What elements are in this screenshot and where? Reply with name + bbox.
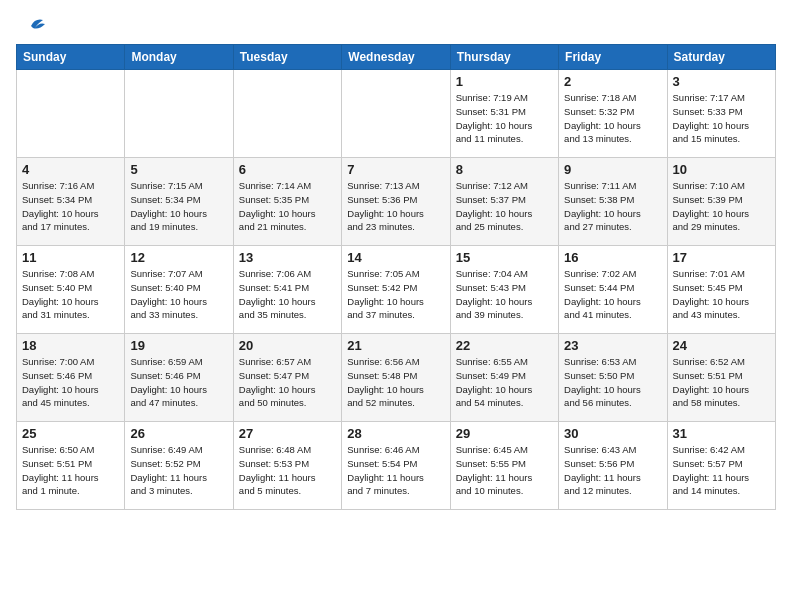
- day-info: Sunrise: 6:45 AM Sunset: 5:55 PM Dayligh…: [456, 443, 553, 498]
- day-info: Sunrise: 7:13 AM Sunset: 5:36 PM Dayligh…: [347, 179, 444, 234]
- day-number: 31: [673, 426, 770, 441]
- day-info: Sunrise: 7:16 AM Sunset: 5:34 PM Dayligh…: [22, 179, 119, 234]
- day-number: 14: [347, 250, 444, 265]
- day-info: Sunrise: 6:57 AM Sunset: 5:47 PM Dayligh…: [239, 355, 336, 410]
- calendar-cell: 8Sunrise: 7:12 AM Sunset: 5:37 PM Daylig…: [450, 158, 558, 246]
- day-info: Sunrise: 6:46 AM Sunset: 5:54 PM Dayligh…: [347, 443, 444, 498]
- day-info: Sunrise: 7:00 AM Sunset: 5:46 PM Dayligh…: [22, 355, 119, 410]
- day-number: 20: [239, 338, 336, 353]
- day-info: Sunrise: 7:08 AM Sunset: 5:40 PM Dayligh…: [22, 267, 119, 322]
- calendar-cell: 22Sunrise: 6:55 AM Sunset: 5:49 PM Dayli…: [450, 334, 558, 422]
- day-info: Sunrise: 7:06 AM Sunset: 5:41 PM Dayligh…: [239, 267, 336, 322]
- calendar-cell: 3Sunrise: 7:17 AM Sunset: 5:33 PM Daylig…: [667, 70, 775, 158]
- day-info: Sunrise: 6:52 AM Sunset: 5:51 PM Dayligh…: [673, 355, 770, 410]
- week-row-2: 4Sunrise: 7:16 AM Sunset: 5:34 PM Daylig…: [17, 158, 776, 246]
- day-number: 18: [22, 338, 119, 353]
- calendar-cell: 9Sunrise: 7:11 AM Sunset: 5:38 PM Daylig…: [559, 158, 667, 246]
- day-number: 7: [347, 162, 444, 177]
- calendar-cell: 14Sunrise: 7:05 AM Sunset: 5:42 PM Dayli…: [342, 246, 450, 334]
- calendar-cell: 13Sunrise: 7:06 AM Sunset: 5:41 PM Dayli…: [233, 246, 341, 334]
- day-number: 30: [564, 426, 661, 441]
- calendar-cell: 11Sunrise: 7:08 AM Sunset: 5:40 PM Dayli…: [17, 246, 125, 334]
- day-number: 13: [239, 250, 336, 265]
- calendar-cell: 18Sunrise: 7:00 AM Sunset: 5:46 PM Dayli…: [17, 334, 125, 422]
- day-info: Sunrise: 7:01 AM Sunset: 5:45 PM Dayligh…: [673, 267, 770, 322]
- day-number: 16: [564, 250, 661, 265]
- calendar-cell: 4Sunrise: 7:16 AM Sunset: 5:34 PM Daylig…: [17, 158, 125, 246]
- calendar-cell: 15Sunrise: 7:04 AM Sunset: 5:43 PM Dayli…: [450, 246, 558, 334]
- weekday-header-wednesday: Wednesday: [342, 45, 450, 70]
- day-number: 2: [564, 74, 661, 89]
- week-row-4: 18Sunrise: 7:00 AM Sunset: 5:46 PM Dayli…: [17, 334, 776, 422]
- calendar-cell: 30Sunrise: 6:43 AM Sunset: 5:56 PM Dayli…: [559, 422, 667, 510]
- calendar-cell: 31Sunrise: 6:42 AM Sunset: 5:57 PM Dayli…: [667, 422, 775, 510]
- weekday-header-thursday: Thursday: [450, 45, 558, 70]
- day-info: Sunrise: 6:53 AM Sunset: 5:50 PM Dayligh…: [564, 355, 661, 410]
- day-info: Sunrise: 7:04 AM Sunset: 5:43 PM Dayligh…: [456, 267, 553, 322]
- calendar-cell: 27Sunrise: 6:48 AM Sunset: 5:53 PM Dayli…: [233, 422, 341, 510]
- weekday-header-sunday: Sunday: [17, 45, 125, 70]
- day-info: Sunrise: 7:18 AM Sunset: 5:32 PM Dayligh…: [564, 91, 661, 146]
- day-info: Sunrise: 6:50 AM Sunset: 5:51 PM Dayligh…: [22, 443, 119, 498]
- day-number: 11: [22, 250, 119, 265]
- day-info: Sunrise: 7:19 AM Sunset: 5:31 PM Dayligh…: [456, 91, 553, 146]
- calendar-cell: [17, 70, 125, 158]
- weekday-header-friday: Friday: [559, 45, 667, 70]
- day-number: 25: [22, 426, 119, 441]
- calendar-table: SundayMondayTuesdayWednesdayThursdayFrid…: [16, 44, 776, 510]
- day-number: 10: [673, 162, 770, 177]
- calendar-cell: 6Sunrise: 7:14 AM Sunset: 5:35 PM Daylig…: [233, 158, 341, 246]
- weekday-header-tuesday: Tuesday: [233, 45, 341, 70]
- day-info: Sunrise: 6:43 AM Sunset: 5:56 PM Dayligh…: [564, 443, 661, 498]
- day-number: 8: [456, 162, 553, 177]
- day-info: Sunrise: 6:56 AM Sunset: 5:48 PM Dayligh…: [347, 355, 444, 410]
- calendar-cell: 17Sunrise: 7:01 AM Sunset: 5:45 PM Dayli…: [667, 246, 775, 334]
- calendar-cell: 10Sunrise: 7:10 AM Sunset: 5:39 PM Dayli…: [667, 158, 775, 246]
- weekday-header-row: SundayMondayTuesdayWednesdayThursdayFrid…: [17, 45, 776, 70]
- day-info: Sunrise: 7:02 AM Sunset: 5:44 PM Dayligh…: [564, 267, 661, 322]
- day-number: 23: [564, 338, 661, 353]
- calendar-cell: 23Sunrise: 6:53 AM Sunset: 5:50 PM Dayli…: [559, 334, 667, 422]
- weekday-header-monday: Monday: [125, 45, 233, 70]
- calendar-cell: 25Sunrise: 6:50 AM Sunset: 5:51 PM Dayli…: [17, 422, 125, 510]
- day-number: 12: [130, 250, 227, 265]
- calendar-cell: 29Sunrise: 6:45 AM Sunset: 5:55 PM Dayli…: [450, 422, 558, 510]
- header: [16, 16, 776, 32]
- week-row-5: 25Sunrise: 6:50 AM Sunset: 5:51 PM Dayli…: [17, 422, 776, 510]
- day-number: 5: [130, 162, 227, 177]
- calendar-cell: 24Sunrise: 6:52 AM Sunset: 5:51 PM Dayli…: [667, 334, 775, 422]
- day-number: 9: [564, 162, 661, 177]
- day-number: 24: [673, 338, 770, 353]
- day-number: 17: [673, 250, 770, 265]
- day-number: 26: [130, 426, 227, 441]
- day-number: 27: [239, 426, 336, 441]
- calendar-cell: 19Sunrise: 6:59 AM Sunset: 5:46 PM Dayli…: [125, 334, 233, 422]
- day-info: Sunrise: 7:12 AM Sunset: 5:37 PM Dayligh…: [456, 179, 553, 234]
- weekday-header-saturday: Saturday: [667, 45, 775, 70]
- day-info: Sunrise: 7:11 AM Sunset: 5:38 PM Dayligh…: [564, 179, 661, 234]
- day-number: 19: [130, 338, 227, 353]
- day-number: 6: [239, 162, 336, 177]
- calendar-cell: 20Sunrise: 6:57 AM Sunset: 5:47 PM Dayli…: [233, 334, 341, 422]
- day-info: Sunrise: 7:14 AM Sunset: 5:35 PM Dayligh…: [239, 179, 336, 234]
- calendar-cell: 2Sunrise: 7:18 AM Sunset: 5:32 PM Daylig…: [559, 70, 667, 158]
- calendar-cell: 21Sunrise: 6:56 AM Sunset: 5:48 PM Dayli…: [342, 334, 450, 422]
- calendar-cell: 16Sunrise: 7:02 AM Sunset: 5:44 PM Dayli…: [559, 246, 667, 334]
- day-number: 29: [456, 426, 553, 441]
- day-info: Sunrise: 6:59 AM Sunset: 5:46 PM Dayligh…: [130, 355, 227, 410]
- day-number: 22: [456, 338, 553, 353]
- day-number: 4: [22, 162, 119, 177]
- day-number: 21: [347, 338, 444, 353]
- calendar-cell: 1Sunrise: 7:19 AM Sunset: 5:31 PM Daylig…: [450, 70, 558, 158]
- day-info: Sunrise: 6:42 AM Sunset: 5:57 PM Dayligh…: [673, 443, 770, 498]
- day-info: Sunrise: 6:49 AM Sunset: 5:52 PM Dayligh…: [130, 443, 227, 498]
- day-info: Sunrise: 7:05 AM Sunset: 5:42 PM Dayligh…: [347, 267, 444, 322]
- day-number: 15: [456, 250, 553, 265]
- logo-bird-icon: [17, 16, 45, 36]
- week-row-3: 11Sunrise: 7:08 AM Sunset: 5:40 PM Dayli…: [17, 246, 776, 334]
- calendar-cell: [342, 70, 450, 158]
- day-number: 3: [673, 74, 770, 89]
- calendar-cell: [125, 70, 233, 158]
- calendar-cell: 7Sunrise: 7:13 AM Sunset: 5:36 PM Daylig…: [342, 158, 450, 246]
- day-info: Sunrise: 7:07 AM Sunset: 5:40 PM Dayligh…: [130, 267, 227, 322]
